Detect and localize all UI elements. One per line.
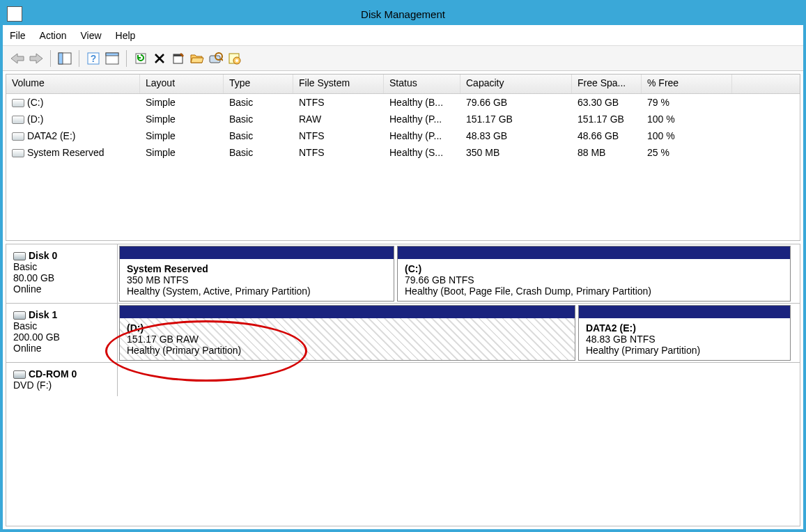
volume-row[interactable]: System ReservedSimpleBasicNTFSHealthy (S…: [6, 144, 800, 161]
volume-cell-status: Healthy (P...: [384, 113, 460, 125]
volume-cell-pfree: 100 %: [642, 130, 732, 142]
volume-row[interactable]: (D:)SimpleBasicRAWHealthy (P...151.17 GB…: [6, 111, 800, 127]
volume-row[interactable]: (C:)SimpleBasicNTFSHealthy (B...79.66 GB…: [6, 94, 800, 111]
window-title: Disk Management: [361, 8, 445, 20]
partition-header: [579, 306, 790, 318]
refresh-button[interactable]: [132, 49, 150, 68]
open-button[interactable]: [188, 49, 206, 68]
menu-help[interactable]: Help: [116, 30, 136, 41]
disk-info[interactable]: Disk 0Basic80.00 GBOnline: [6, 244, 118, 303]
disk-status: Online: [13, 283, 110, 295]
hdd-icon: [13, 311, 26, 320]
partition-header: [120, 306, 575, 318]
partition-size: 79.66 GB NTFS: [405, 274, 783, 285]
disk-row: Disk 1Basic200.00 GBOnline(D:)151.17 GB …: [6, 304, 800, 363]
partition-name: DATA2 (E:): [586, 322, 783, 334]
svg-text:?: ?: [91, 53, 97, 64]
drive-icon: [12, 99, 24, 107]
disk-type: Basic: [13, 320, 110, 331]
partition-status: Healthy (Primary Partition): [586, 345, 783, 356]
partition[interactable]: (D:)151.17 GB RAWHealthy (Primary Partit…: [119, 305, 575, 361]
volume-cell-pfree: 25 %: [642, 146, 732, 159]
disk-name: Disk 0: [29, 250, 57, 261]
partition-name: (C:): [405, 263, 783, 274]
partition-body: (D:)151.17 GB RAWHealthy (Primary Partit…: [120, 318, 575, 360]
menu-action[interactable]: Action: [40, 30, 67, 41]
partition-size: 48.83 GB NTFS: [586, 334, 783, 345]
disks-graphic: Disk 0Basic80.00 GBOnlineSystem Reserved…: [6, 244, 800, 526]
disk-row: CD-ROM 0DVD (F:): [6, 363, 800, 396]
volume-cell-pfree: 79 %: [642, 96, 732, 109]
col-volume[interactable]: Volume: [6, 75, 140, 93]
col-layout[interactable]: Layout: [140, 75, 224, 93]
volume-cell-free: 88 MB: [572, 146, 642, 159]
delete-button[interactable]: [150, 49, 169, 68]
volume-cell-layout: Simple: [140, 96, 224, 109]
volume-row[interactable]: DATA2 (E:)SimpleBasicNTFSHealthy (P...48…: [6, 127, 800, 144]
menubar: File Action View Help: [3, 25, 803, 46]
partition-size: 350 MB NTFS: [127, 274, 387, 285]
col-freespace[interactable]: Free Spa...: [572, 75, 642, 93]
volume-cell-status: Healthy (B...: [384, 96, 460, 109]
volume-cell-pfree: 100 %: [642, 113, 732, 125]
drive-icon: [12, 149, 24, 157]
partition[interactable]: DATA2 (E:)48.83 GB NTFSHealthy (Primary …: [578, 305, 791, 361]
volume-cell-capacity: 79.66 GB: [460, 96, 572, 109]
volume-cell-fs: NTFS: [293, 146, 384, 159]
volume-cell-capacity: 48.83 GB: [460, 130, 572, 142]
menu-view[interactable]: View: [80, 30, 101, 41]
volume-cell-layout: Simple: [140, 113, 224, 125]
partition-name: (D:): [127, 322, 568, 334]
svg-point-13: [235, 59, 238, 62]
properties-button[interactable]: [169, 49, 187, 68]
drive-icon: [12, 116, 24, 124]
volumes-list[interactable]: Volume Layout Type File System Status Ca…: [6, 74, 800, 241]
cdrom-icon: [13, 370, 26, 379]
volume-cell-type: Basic: [224, 96, 293, 109]
show-hide-tree-button[interactable]: [56, 49, 74, 68]
back-button[interactable]: [8, 49, 26, 68]
help-button[interactable]: ?: [84, 49, 102, 68]
disk-name: Disk 1: [29, 309, 57, 320]
partition-status: Healthy (Primary Partition): [127, 345, 568, 356]
col-filesystem[interactable]: File System: [293, 75, 384, 93]
col-status[interactable]: Status: [384, 75, 460, 93]
volume-cell-status: Healthy (S...: [384, 146, 460, 159]
disk-status: Online: [13, 343, 110, 354]
volume-cell-volume: (D:): [6, 113, 140, 125]
partition[interactable]: (C:)79.66 GB NTFSHealthy (Boot, Page Fil…: [397, 246, 791, 302]
window: Disk Management File Action View Help ? …: [0, 0, 806, 532]
partitions: System Reserved350 MB NTFSHealthy (Syste…: [118, 244, 800, 303]
disk-type: Basic: [13, 261, 110, 272]
volume-cell-free: 63.30 GB: [572, 96, 642, 109]
disk-info[interactable]: CD-ROM 0DVD (F:): [6, 363, 118, 396]
settings-button[interactable]: [226, 49, 244, 68]
partition-status: Healthy (System, Active, Primary Partiti…: [127, 285, 387, 297]
volumes-header: Volume Layout Type File System Status Ca…: [6, 75, 800, 94]
menu-file[interactable]: File: [10, 30, 26, 41]
col-percentfree[interactable]: % Free: [642, 75, 732, 93]
rescan-button[interactable]: [207, 49, 225, 68]
partitions: (D:)151.17 GB RAWHealthy (Primary Partit…: [118, 304, 800, 362]
hdd-icon: [13, 252, 26, 260]
app-icon: [7, 6, 22, 22]
volume-cell-free: 48.66 GB: [572, 130, 642, 142]
partition[interactable]: System Reserved350 MB NTFSHealthy (Syste…: [119, 246, 394, 302]
svg-rect-5: [106, 53, 118, 56]
disk-info[interactable]: Disk 1Basic200.00 GBOnline: [6, 304, 118, 362]
toolbar: ?: [3, 46, 803, 71]
partition-body: System Reserved350 MB NTFSHealthy (Syste…: [120, 259, 394, 301]
volume-cell-volume: DATA2 (E:): [6, 130, 140, 142]
details-button[interactable]: [103, 49, 121, 68]
volume-cell-fs: RAW: [293, 113, 384, 125]
partition-header: [120, 247, 394, 259]
content: Volume Layout Type File System Status Ca…: [3, 71, 803, 529]
partition-body: DATA2 (E:)48.83 GB NTFSHealthy (Primary …: [579, 318, 790, 360]
forward-button[interactable]: [27, 49, 45, 68]
col-capacity[interactable]: Capacity: [460, 75, 572, 93]
col-type[interactable]: Type: [224, 75, 293, 93]
titlebar: Disk Management: [3, 3, 803, 25]
disk-name: CD-ROM 0: [29, 368, 77, 380]
partition-size: 151.17 GB RAW: [127, 334, 568, 345]
volume-cell-layout: Simple: [140, 130, 224, 142]
